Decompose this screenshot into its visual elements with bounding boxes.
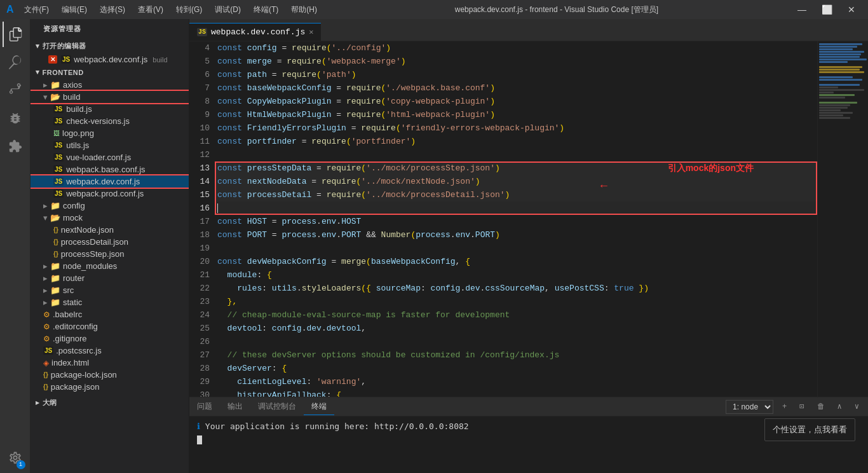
chevron-right-icon: ▸ bbox=[43, 298, 48, 307]
menu-edit[interactable]: 编辑(E) bbox=[57, 3, 92, 17]
minimize-button[interactable]: — bbox=[791, 3, 813, 16]
maximize-button[interactable]: ⬜ bbox=[815, 3, 839, 16]
delete-terminal-button[interactable]: 🗑 bbox=[813, 401, 829, 413]
code-line-18: const PORT = process.env.PORT && Number(… bbox=[215, 228, 817, 242]
activity-debug[interactable] bbox=[3, 106, 28, 131]
code-line-27: // these devServer options should be cus… bbox=[215, 348, 817, 362]
json-icon: {} bbox=[43, 371, 48, 378]
folder-name: src bbox=[63, 285, 74, 295]
menu-file[interactable]: 文件(F) bbox=[19, 3, 54, 17]
folder-router[interactable]: ▸ 📁 router bbox=[31, 272, 189, 284]
file-postcssrc[interactable]: JS .postcssrc.js bbox=[31, 345, 189, 357]
folder-axios[interactable]: ▸ 📁 axios bbox=[31, 79, 189, 91]
menu-select[interactable]: 选择(S) bbox=[95, 3, 130, 17]
collapse-panel-button[interactable]: ∧ bbox=[834, 401, 846, 413]
file-index-html[interactable]: ◈ index.html bbox=[31, 357, 189, 369]
node-selector[interactable]: 1: node bbox=[726, 400, 773, 414]
filename: vue-loader.conf.js bbox=[66, 153, 131, 162]
chevron-down-icon: ▾ bbox=[36, 42, 40, 50]
js-icon: JS bbox=[53, 189, 64, 198]
activity-source-control[interactable] bbox=[3, 78, 28, 103]
file-utils-js[interactable]: JS utils.js bbox=[31, 139, 189, 151]
chevron-down-icon-mock: ▾ bbox=[43, 213, 48, 223]
file-webpack-base[interactable]: JS webpack.base.conf.js bbox=[31, 163, 189, 175]
code-editor[interactable]: 456789 10111213 1415 16171819 2021222324… bbox=[189, 41, 817, 397]
tab-output[interactable]: 输出 bbox=[220, 399, 250, 415]
minimap-content bbox=[818, 41, 868, 121]
file-build-js[interactable]: JS build.js bbox=[31, 103, 189, 115]
folder-icon: 📁 bbox=[50, 261, 60, 271]
filename: .editorconfig bbox=[53, 322, 98, 331]
close-button[interactable]: ✕ bbox=[841, 3, 862, 16]
tab-webpack-dev-conf[interactable]: JS webpack.dev.conf.js ✕ bbox=[189, 23, 321, 41]
file-package-lock[interactable]: {} package-lock.json bbox=[31, 369, 189, 381]
file-webpack-prod[interactable]: JS webpack.prod.conf.js bbox=[31, 188, 189, 200]
outline-header[interactable]: ▸ 大纲 bbox=[31, 395, 189, 410]
add-terminal-button[interactable]: + bbox=[778, 401, 790, 413]
js-icon: JS bbox=[53, 153, 64, 161]
activity-explorer[interactable] bbox=[3, 22, 28, 47]
tab-close-icon[interactable]: ✕ bbox=[309, 27, 313, 37]
open-editor-item[interactable]: ✕ JS webpack.dev.conf.js build bbox=[31, 53, 189, 65]
folder-name: node_modules bbox=[63, 261, 117, 271]
folder-mock[interactable]: ▾ 📂 mock bbox=[31, 212, 189, 224]
activity-search[interactable] bbox=[3, 50, 28, 75]
tab-terminal[interactable]: 终端 bbox=[304, 399, 334, 415]
folder-src[interactable]: ▸ 📁 src bbox=[31, 284, 189, 296]
file-gitignore[interactable]: ⚙ .gitignore bbox=[31, 332, 189, 345]
tab-debug-console[interactable]: 调试控制台 bbox=[250, 399, 304, 415]
chevron-right-icon: ▸ bbox=[43, 201, 48, 210]
chevron-down-icon-frontend: ▾ bbox=[36, 68, 40, 76]
code-line-10: const FriendlyErrorsPlugin = require('fr… bbox=[215, 121, 817, 135]
file-logo-png[interactable]: 🖼 logo.png bbox=[31, 127, 189, 139]
folder-static[interactable]: ▸ 📁 static bbox=[31, 296, 189, 308]
folder-build[interactable]: ▾ 📂 build bbox=[31, 91, 189, 103]
close-icon[interactable]: ✕ bbox=[48, 55, 57, 64]
tab-problems[interactable]: 问题 bbox=[189, 399, 220, 415]
menu-help[interactable]: 帮助(H) bbox=[286, 3, 322, 17]
title-bar: A 文件(F) 编辑(E) 选择(S) 查看(V) 转到(G) 调试(D) 终端… bbox=[0, 0, 868, 19]
file-processStep-json[interactable]: {} processStep.json bbox=[31, 248, 189, 260]
file-editorconfig[interactable]: ⚙ .editorconfig bbox=[31, 320, 189, 332]
editor-main: JS webpack.dev.conf.js ✕ 456789 10111213… bbox=[189, 19, 868, 473]
folder-config[interactable]: ▸ 📁 config bbox=[31, 200, 189, 212]
code-line-19 bbox=[215, 242, 817, 255]
line-numbers: 456789 10111213 1415 16171819 2021222324… bbox=[189, 41, 215, 397]
activity-settings[interactable] bbox=[3, 448, 28, 473]
filename: check-versions.js bbox=[66, 116, 130, 126]
menu-debug[interactable]: 调试(D) bbox=[210, 3, 246, 17]
folder-icon: 📁 bbox=[50, 298, 60, 307]
tooltip-text: 个性设置，点我看看 bbox=[773, 425, 847, 434]
editor-with-minimap: 456789 10111213 1415 16171819 2021222324… bbox=[189, 41, 868, 397]
folder-node-modules[interactable]: ▸ 📁 node_modules bbox=[31, 260, 189, 272]
file-check-versions[interactable]: JS check-versions.js bbox=[31, 115, 189, 127]
open-editors-header[interactable]: ▾ 打开的编辑器 bbox=[31, 39, 189, 53]
frontend-header[interactable]: ▾ FRONTEND bbox=[31, 65, 189, 79]
folder-name: static bbox=[63, 298, 82, 307]
expand-panel-button[interactable]: ∨ bbox=[851, 401, 863, 413]
file-babelrc[interactable]: ⚙ .babelrc bbox=[31, 308, 189, 320]
file-package-json[interactable]: {} package.json bbox=[31, 381, 189, 393]
file-webpack-dev[interactable]: JS webpack.dev.conf.js bbox=[31, 175, 189, 188]
menu-terminal[interactable]: 终端(T) bbox=[248, 3, 283, 17]
minimap bbox=[817, 41, 868, 397]
file-vue-loader[interactable]: JS vue-loader.conf.js bbox=[31, 151, 189, 163]
file-processDetail-json[interactable]: {} processDetail.json bbox=[31, 236, 189, 248]
cursor-block bbox=[197, 435, 202, 444]
window-controls[interactable]: — ⬜ ✕ bbox=[791, 3, 862, 16]
menu-view[interactable]: 查看(V) bbox=[133, 3, 168, 17]
code-content[interactable]: 引入mock的json文件 ← const config = require('… bbox=[215, 41, 817, 397]
file-nextNode-json[interactable]: {} nextNode.json bbox=[31, 224, 189, 236]
filename: build.js bbox=[66, 104, 92, 114]
code-line-21: module: { bbox=[215, 268, 817, 282]
menu-goto[interactable]: 转到(G) bbox=[171, 3, 207, 17]
js-icon: JS bbox=[53, 177, 64, 186]
activity-extensions[interactable] bbox=[3, 134, 28, 159]
menu-bar[interactable]: 文件(F) 编辑(E) 选择(S) 查看(V) 转到(G) 调试(D) 终端(T… bbox=[19, 3, 322, 17]
chevron-right-icon: ▸ bbox=[43, 285, 48, 295]
split-terminal-button[interactable]: ⊡ bbox=[796, 401, 808, 413]
frontend-label: FRONTEND bbox=[43, 69, 84, 76]
tooltip-popup[interactable]: 个性设置，点我看看 bbox=[764, 418, 855, 441]
filename: webpack.base.conf.js bbox=[66, 165, 145, 174]
app-logo: A bbox=[6, 4, 14, 15]
